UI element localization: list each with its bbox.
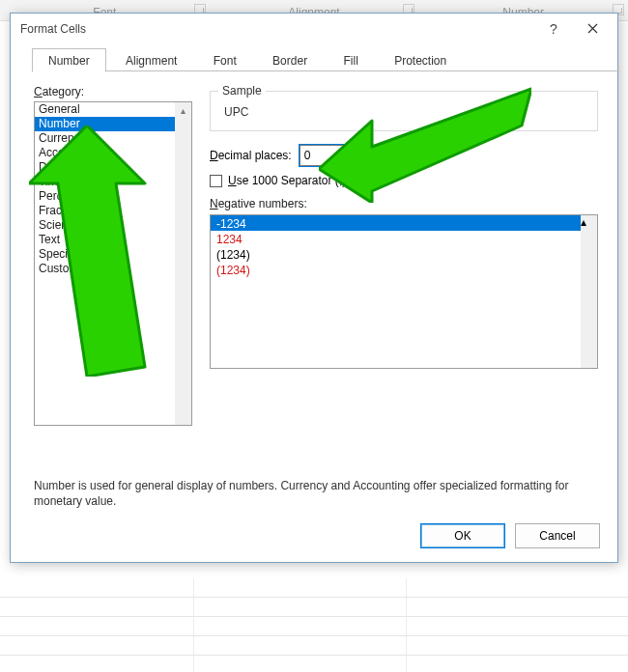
category-item-time[interactable]: Time: [35, 175, 175, 189]
grid-rows[interactable]: [0, 578, 628, 672]
checkbox-box-icon[interactable]: [210, 175, 222, 187]
category-listbox[interactable]: General Number Currency Accounting Date …: [34, 101, 192, 426]
spinner-down-icon[interactable]: ▼: [348, 156, 364, 166]
close-button[interactable]: [573, 16, 612, 41]
tabstrip: Number Alignment Font Border Fill Protec…: [32, 47, 608, 71]
category-item-date[interactable]: Date: [35, 160, 175, 175]
dialog-title: Format Cells: [20, 22, 534, 36]
tab-fill[interactable]: Fill: [327, 48, 374, 72]
titlebar: Format Cells ?: [11, 14, 617, 43]
sample-group: Sample UPC: [210, 91, 598, 131]
scrollbar[interactable]: ▴: [175, 102, 191, 425]
scroll-up-icon[interactable]: ▴: [581, 215, 597, 229]
help-button[interactable]: ?: [534, 16, 573, 41]
category-label: Category:: [34, 85, 192, 98]
category-item-percentage[interactable]: Percentage: [35, 189, 175, 204]
thousand-separator-checkbox[interactable]: Use 1000 Separator (,): [210, 174, 598, 187]
negative-numbers-label: Negative numbers:: [210, 197, 598, 210]
thousand-separator-label: Use 1000 Separator (,): [228, 174, 346, 187]
category-item-number[interactable]: Number: [35, 117, 175, 131]
close-icon: [587, 23, 598, 34]
negative-option[interactable]: (1234): [211, 246, 581, 262]
scrollbar[interactable]: ▴: [581, 215, 597, 368]
category-item-fraction[interactable]: Fraction: [35, 204, 175, 218]
category-item-special[interactable]: Special: [35, 247, 175, 262]
spinner-up-icon[interactable]: ▲: [348, 146, 364, 156]
negative-option[interactable]: 1234: [211, 231, 581, 246]
category-item-general[interactable]: General: [35, 102, 175, 117]
negative-option[interactable]: (1234): [211, 262, 581, 277]
tab-font[interactable]: Font: [197, 48, 253, 72]
description-text: Number is used for general display of nu…: [34, 479, 598, 509]
category-item-accounting[interactable]: Accounting: [35, 146, 175, 160]
category-item-custom[interactable]: Custom: [35, 262, 175, 276]
scroll-up-icon[interactable]: ▴: [175, 102, 191, 119]
category-item-text[interactable]: Text: [35, 233, 175, 247]
sample-value: UPC: [220, 101, 587, 119]
negative-numbers-listbox[interactable]: -1234 1234 (1234) (1234) ▴: [210, 214, 598, 369]
ok-button[interactable]: OK: [420, 523, 505, 548]
tab-border[interactable]: Border: [256, 48, 324, 72]
category-item-scientific[interactable]: Scientific: [35, 218, 175, 233]
decimal-places-label: Decimal places:: [210, 149, 292, 162]
cancel-button[interactable]: Cancel: [515, 523, 600, 548]
decimal-places-spinner[interactable]: ▲ ▼: [300, 145, 365, 166]
negative-option[interactable]: -1234: [211, 215, 581, 231]
tab-number[interactable]: Number: [32, 48, 106, 72]
category-item-currency[interactable]: Currency: [35, 131, 175, 146]
tab-protection[interactable]: Protection: [378, 48, 463, 72]
tab-alignment[interactable]: Alignment: [109, 48, 193, 72]
format-cells-dialog: Format Cells ? Number Alignment Font Bor…: [10, 13, 618, 563]
sample-label: Sample: [218, 84, 266, 98]
decimal-places-input[interactable]: [300, 146, 347, 165]
